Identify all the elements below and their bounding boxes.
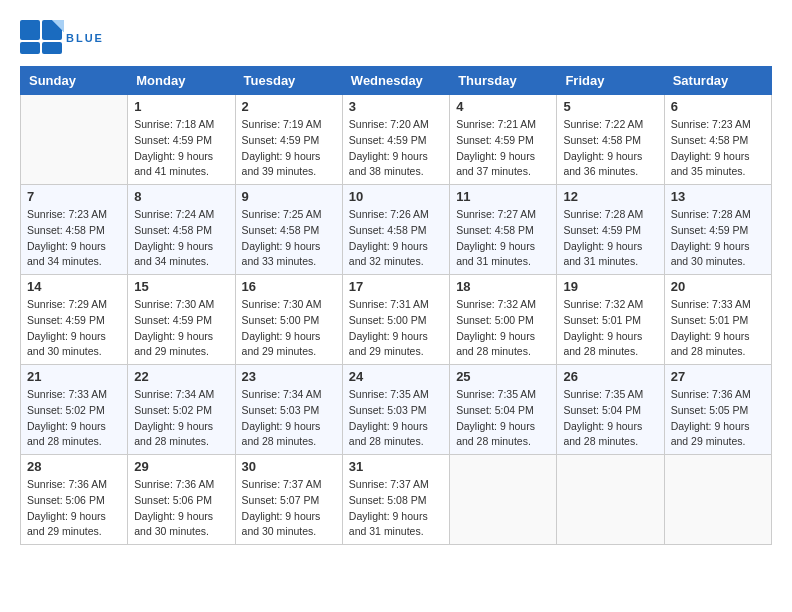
day-number: 1 [134, 99, 228, 114]
day-number: 16 [242, 279, 336, 294]
logo: BLUE [20, 20, 104, 56]
day-number: 14 [27, 279, 121, 294]
calendar-week-1: 1Sunrise: 7:18 AM Sunset: 4:59 PM Daylig… [21, 95, 772, 185]
calendar-cell: 24Sunrise: 7:35 AM Sunset: 5:03 PM Dayli… [342, 365, 449, 455]
day-info: Sunrise: 7:27 AM Sunset: 4:58 PM Dayligh… [456, 207, 550, 270]
calendar-week-3: 14Sunrise: 7:29 AM Sunset: 4:59 PM Dayli… [21, 275, 772, 365]
day-number: 29 [134, 459, 228, 474]
day-number: 27 [671, 369, 765, 384]
weekday-header-saturday: Saturday [664, 67, 771, 95]
day-info: Sunrise: 7:36 AM Sunset: 5:06 PM Dayligh… [27, 477, 121, 540]
day-number: 15 [134, 279, 228, 294]
day-info: Sunrise: 7:22 AM Sunset: 4:58 PM Dayligh… [563, 117, 657, 180]
calendar-cell: 10Sunrise: 7:26 AM Sunset: 4:58 PM Dayli… [342, 185, 449, 275]
weekday-header-friday: Friday [557, 67, 664, 95]
calendar-cell [557, 455, 664, 545]
day-info: Sunrise: 7:34 AM Sunset: 5:03 PM Dayligh… [242, 387, 336, 450]
day-info: Sunrise: 7:23 AM Sunset: 4:58 PM Dayligh… [671, 117, 765, 180]
calendar-cell [450, 455, 557, 545]
day-number: 22 [134, 369, 228, 384]
day-number: 23 [242, 369, 336, 384]
logo-tagline: BLUE [66, 32, 104, 44]
day-info: Sunrise: 7:28 AM Sunset: 4:59 PM Dayligh… [671, 207, 765, 270]
weekday-header-monday: Monday [128, 67, 235, 95]
day-info: Sunrise: 7:36 AM Sunset: 5:06 PM Dayligh… [134, 477, 228, 540]
calendar-cell: 26Sunrise: 7:35 AM Sunset: 5:04 PM Dayli… [557, 365, 664, 455]
day-number: 13 [671, 189, 765, 204]
day-number: 12 [563, 189, 657, 204]
calendar-cell: 13Sunrise: 7:28 AM Sunset: 4:59 PM Dayli… [664, 185, 771, 275]
day-info: Sunrise: 7:20 AM Sunset: 4:59 PM Dayligh… [349, 117, 443, 180]
calendar-cell: 9Sunrise: 7:25 AM Sunset: 4:58 PM Daylig… [235, 185, 342, 275]
day-info: Sunrise: 7:37 AM Sunset: 5:07 PM Dayligh… [242, 477, 336, 540]
day-info: Sunrise: 7:35 AM Sunset: 5:04 PM Dayligh… [456, 387, 550, 450]
calendar-cell: 21Sunrise: 7:33 AM Sunset: 5:02 PM Dayli… [21, 365, 128, 455]
calendar-cell: 11Sunrise: 7:27 AM Sunset: 4:58 PM Dayli… [450, 185, 557, 275]
day-info: Sunrise: 7:33 AM Sunset: 5:02 PM Dayligh… [27, 387, 121, 450]
day-number: 20 [671, 279, 765, 294]
day-number: 28 [27, 459, 121, 474]
calendar-cell: 2Sunrise: 7:19 AM Sunset: 4:59 PM Daylig… [235, 95, 342, 185]
calendar-cell: 4Sunrise: 7:21 AM Sunset: 4:59 PM Daylig… [450, 95, 557, 185]
calendar-header-row: SundayMondayTuesdayWednesdayThursdayFrid… [21, 67, 772, 95]
day-number: 24 [349, 369, 443, 384]
day-info: Sunrise: 7:26 AM Sunset: 4:58 PM Dayligh… [349, 207, 443, 270]
calendar-cell [664, 455, 771, 545]
calendar-cell: 22Sunrise: 7:34 AM Sunset: 5:02 PM Dayli… [128, 365, 235, 455]
weekday-header-sunday: Sunday [21, 67, 128, 95]
day-number: 11 [456, 189, 550, 204]
calendar-cell: 30Sunrise: 7:37 AM Sunset: 5:07 PM Dayli… [235, 455, 342, 545]
day-info: Sunrise: 7:36 AM Sunset: 5:05 PM Dayligh… [671, 387, 765, 450]
calendar-cell: 31Sunrise: 7:37 AM Sunset: 5:08 PM Dayli… [342, 455, 449, 545]
page-header: BLUE [20, 20, 772, 56]
svg-rect-0 [20, 20, 40, 40]
day-number: 10 [349, 189, 443, 204]
day-number: 8 [134, 189, 228, 204]
day-number: 5 [563, 99, 657, 114]
calendar-cell: 3Sunrise: 7:20 AM Sunset: 4:59 PM Daylig… [342, 95, 449, 185]
weekday-header-wednesday: Wednesday [342, 67, 449, 95]
calendar-cell: 15Sunrise: 7:30 AM Sunset: 4:59 PM Dayli… [128, 275, 235, 365]
day-info: Sunrise: 7:21 AM Sunset: 4:59 PM Dayligh… [456, 117, 550, 180]
day-number: 9 [242, 189, 336, 204]
day-number: 2 [242, 99, 336, 114]
day-number: 6 [671, 99, 765, 114]
day-info: Sunrise: 7:19 AM Sunset: 4:59 PM Dayligh… [242, 117, 336, 180]
logo-icon [20, 20, 64, 56]
calendar-cell: 5Sunrise: 7:22 AM Sunset: 4:58 PM Daylig… [557, 95, 664, 185]
day-info: Sunrise: 7:30 AM Sunset: 5:00 PM Dayligh… [242, 297, 336, 360]
day-info: Sunrise: 7:25 AM Sunset: 4:58 PM Dayligh… [242, 207, 336, 270]
day-number: 7 [27, 189, 121, 204]
calendar-cell: 14Sunrise: 7:29 AM Sunset: 4:59 PM Dayli… [21, 275, 128, 365]
day-info: Sunrise: 7:33 AM Sunset: 5:01 PM Dayligh… [671, 297, 765, 360]
day-info: Sunrise: 7:29 AM Sunset: 4:59 PM Dayligh… [27, 297, 121, 360]
calendar-cell: 6Sunrise: 7:23 AM Sunset: 4:58 PM Daylig… [664, 95, 771, 185]
day-number: 3 [349, 99, 443, 114]
day-info: Sunrise: 7:30 AM Sunset: 4:59 PM Dayligh… [134, 297, 228, 360]
calendar-cell: 19Sunrise: 7:32 AM Sunset: 5:01 PM Dayli… [557, 275, 664, 365]
svg-rect-2 [20, 42, 40, 54]
svg-rect-3 [42, 42, 62, 54]
calendar-cell: 25Sunrise: 7:35 AM Sunset: 5:04 PM Dayli… [450, 365, 557, 455]
day-info: Sunrise: 7:34 AM Sunset: 5:02 PM Dayligh… [134, 387, 228, 450]
day-number: 31 [349, 459, 443, 474]
calendar-cell: 20Sunrise: 7:33 AM Sunset: 5:01 PM Dayli… [664, 275, 771, 365]
calendar-week-4: 21Sunrise: 7:33 AM Sunset: 5:02 PM Dayli… [21, 365, 772, 455]
calendar-cell: 16Sunrise: 7:30 AM Sunset: 5:00 PM Dayli… [235, 275, 342, 365]
calendar-cell: 29Sunrise: 7:36 AM Sunset: 5:06 PM Dayli… [128, 455, 235, 545]
day-number: 30 [242, 459, 336, 474]
day-number: 4 [456, 99, 550, 114]
day-info: Sunrise: 7:18 AM Sunset: 4:59 PM Dayligh… [134, 117, 228, 180]
day-number: 26 [563, 369, 657, 384]
day-info: Sunrise: 7:32 AM Sunset: 5:00 PM Dayligh… [456, 297, 550, 360]
calendar-table: SundayMondayTuesdayWednesdayThursdayFrid… [20, 66, 772, 545]
day-number: 17 [349, 279, 443, 294]
calendar-cell: 1Sunrise: 7:18 AM Sunset: 4:59 PM Daylig… [128, 95, 235, 185]
calendar-cell: 12Sunrise: 7:28 AM Sunset: 4:59 PM Dayli… [557, 185, 664, 275]
day-number: 18 [456, 279, 550, 294]
day-info: Sunrise: 7:35 AM Sunset: 5:04 PM Dayligh… [563, 387, 657, 450]
weekday-header-thursday: Thursday [450, 67, 557, 95]
day-info: Sunrise: 7:32 AM Sunset: 5:01 PM Dayligh… [563, 297, 657, 360]
day-info: Sunrise: 7:23 AM Sunset: 4:58 PM Dayligh… [27, 207, 121, 270]
calendar-cell: 7Sunrise: 7:23 AM Sunset: 4:58 PM Daylig… [21, 185, 128, 275]
